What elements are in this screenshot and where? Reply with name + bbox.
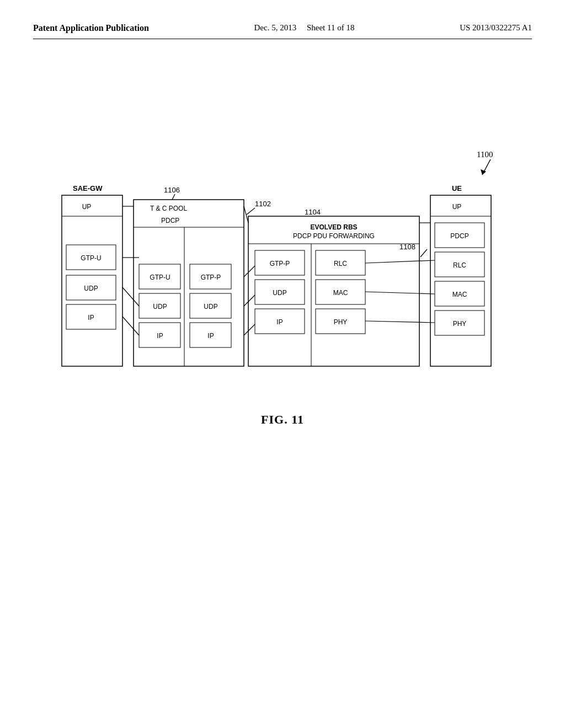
svg-text:MAC: MAC [333,289,348,297]
svg-line-66 [244,206,248,223]
svg-line-13 [172,194,175,200]
header-date-sheet: Dec. 5, 2013 Sheet 11 of 18 [254,22,355,34]
svg-rect-51 [430,195,491,366]
svg-rect-14 [134,200,244,366]
svg-marker-1 [481,169,486,175]
svg-text:1104: 1104 [305,208,321,216]
svg-line-73 [122,287,139,306]
svg-text:PDCP: PDCP [161,217,179,224]
svg-rect-2 [62,195,122,366]
page: Patent Application Publication Dec. 5, 2… [0,0,565,728]
svg-line-70 [365,260,435,263]
svg-line-71 [365,292,435,294]
diagram-svg: SAE-GW UP GTP-U UDP IP 1106 [56,179,509,390]
svg-text:SAE-GW: SAE-GW [73,184,103,192]
label-1100: 1100 [477,149,502,176]
svg-text:IP: IP [157,332,163,340]
header: Patent Application Publication Dec. 5, 2… [33,22,532,39]
svg-text:UE: UE [452,184,462,192]
svg-text:UDP: UDP [153,303,167,311]
svg-line-75 [244,295,255,306]
header-publication-label: Patent Application Publication [33,22,149,34]
svg-text:UP: UP [452,203,462,211]
svg-line-32 [247,208,255,215]
svg-line-64 [420,249,427,257]
svg-line-74 [122,317,139,335]
svg-text:IP: IP [276,318,282,326]
svg-text:1102: 1102 [255,200,271,208]
svg-text:PDCP: PDCP [450,232,468,240]
svg-text:UP: UP [82,203,92,211]
svg-text:PHY: PHY [453,320,467,328]
header-patent-number: US 2013/0322275 A1 [460,22,532,34]
svg-text:RLC: RLC [453,261,466,269]
svg-text:GTP-P: GTP-P [201,274,221,281]
svg-text:IP: IP [207,332,214,340]
diagram-area: 1100 SAE-GW UP GTP-U UDP [33,149,532,427]
svg-text:GTP-P: GTP-P [270,260,290,267]
header-date: Dec. 5, 2013 [254,23,297,32]
svg-text:T & C POOL: T & C POOL [150,205,187,212]
svg-text:MAC: MAC [452,291,467,298]
svg-text:UDP: UDP [204,303,217,311]
svg-text:RLC: RLC [334,260,347,267]
svg-line-76 [244,324,255,335]
svg-text:1106: 1106 [164,186,180,194]
svg-text:UDP: UDP [84,285,98,292]
svg-text:GTP-U: GTP-U [150,274,170,281]
figure-label: FIG. 11 [261,413,304,427]
svg-text:PDCP PDU FORWARDING: PDCP PDU FORWARDING [293,232,375,240]
svg-line-69 [244,266,255,277]
svg-text:PHY: PHY [334,318,348,326]
svg-text:IP: IP [88,314,94,322]
svg-text:EVOLVED RBS: EVOLVED RBS [310,223,357,231]
svg-line-72 [365,321,435,323]
header-sheet: Sheet 11 of 18 [307,23,355,32]
svg-text:UDP: UDP [273,289,286,297]
svg-text:1108: 1108 [399,243,415,251]
svg-text:GTP-U: GTP-U [81,254,101,262]
